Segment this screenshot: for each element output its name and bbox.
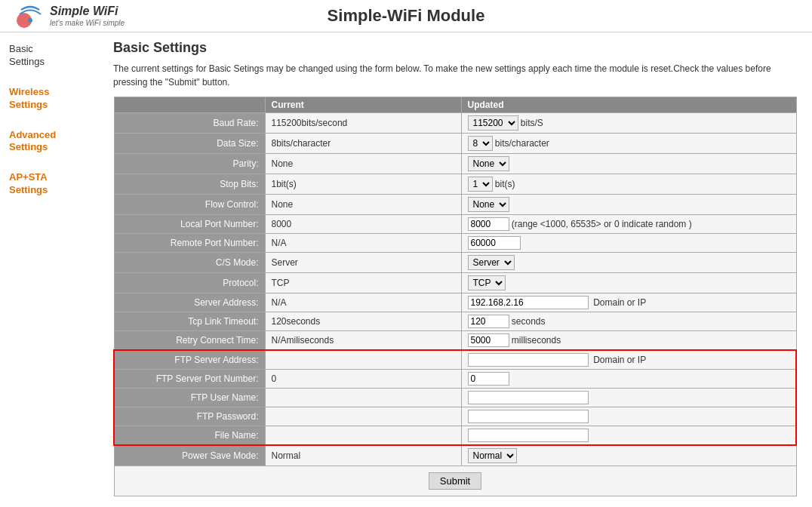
submit-button[interactable]: Submit [429,472,481,490]
header-updated-col: Updated [461,97,796,113]
remote-port-current: N/A [265,234,461,253]
protocol-current: TCP [265,273,461,293]
parity-label: Parity: [114,154,265,174]
parity-current: None [265,154,461,174]
ftp-password-updated [461,407,796,426]
ftp-password-current [265,407,461,426]
power-save-current: Normal [265,445,461,466]
data-size-updated: 8 bits/character [461,134,796,154]
table-row: C/S Mode: Server Server [114,253,796,273]
svg-point-1 [28,18,32,23]
main-layout: BasicSettings WirelessSettings AdvancedS… [0,32,812,504]
ftp-server-address-label: FTP Server Address: [114,350,265,370]
ftp-user-name-label: FTP User Name: [114,389,265,407]
ftp-password-row: FTP Password: [114,407,796,426]
ftp-server-address-updated: Domain or IP [461,350,796,370]
protocol-select[interactable]: TCP [468,275,506,290]
table-row: Protocol: TCP TCP [114,273,796,293]
sidebar-item-apsta[interactable]: AP+STASettings [8,168,91,200]
ftp-server-port-row: FTP Server Port Number: 0 [114,370,796,389]
flow-control-current: None [265,195,461,215]
ftp-user-name-updated [461,389,796,407]
parity-select[interactable]: None [468,156,509,171]
file-name-row: File Name: [114,426,796,446]
local-port-current: 8000 [265,215,461,234]
file-name-current [265,426,461,446]
header: Simple WiFi let's make WiFi simple Simpl… [0,0,812,32]
table-row: Remote Port Number: N/A [114,234,796,253]
sidebar-item-wireless[interactable]: WirelessSettings [8,83,91,115]
cs-mode-current: Server [265,253,461,273]
baud-rate-current: 115200bits/second [265,113,461,134]
logo-title: Simple WiFi [50,4,125,18]
server-address-label: Server Address: [114,293,265,312]
ftp-password-input[interactable] [468,410,589,423]
ftp-server-address-row: FTP Server Address: Domain or IP [114,350,796,370]
local-port-label: Local Port Number: [114,215,265,234]
submit-row: Submit [114,466,796,496]
baud-rate-updated: 115200 bits/S [461,113,796,134]
retry-connect-current: N/Amiliseconds [265,331,461,351]
server-address-input[interactable] [468,296,589,309]
server-address-current: N/A [265,293,461,312]
data-size-current: 8bits/character [265,134,461,154]
file-name-updated [461,426,796,446]
table-row: Flow Control: None None [114,195,796,215]
table-row: Retry Connect Time: N/Amiliseconds milli… [114,331,796,351]
stop-bits-label: Stop Bits: [114,174,265,195]
ftp-server-address-input[interactable] [468,353,589,367]
flow-control-updated: None [461,195,796,215]
local-port-updated: (range <1000, 65535> or 0 indicate rando… [461,215,796,234]
parity-updated: None [461,154,796,174]
page-heading: Basic Settings [113,40,797,56]
ftp-user-name-current [265,389,461,407]
retry-connect-input[interactable] [468,333,509,347]
table-row: Power Save Mode: Normal Normal [114,445,796,466]
ftp-server-port-label: FTP Server Port Number: [114,370,265,389]
cs-mode-label: C/S Mode: [114,253,265,273]
ftp-user-name-row: FTP User Name: [114,389,796,407]
ftp-server-port-current: 0 [265,370,461,389]
settings-table: Current Updated Baud Rate: 115200bits/se… [113,97,797,496]
power-save-label: Power Save Mode: [114,445,265,466]
flow-control-label: Flow Control: [114,195,265,215]
remote-port-input[interactable] [468,236,521,250]
ftp-user-name-input[interactable] [468,391,589,404]
header-label-col [114,97,265,113]
local-port-input[interactable] [468,217,509,231]
tcp-timeout-current: 120seconds [265,312,461,331]
tcp-timeout-updated: seconds [461,312,796,331]
file-name-input[interactable] [468,429,589,442]
sidebar: BasicSettings WirelessSettings AdvancedS… [0,32,98,504]
retry-connect-updated: milliseconds [461,331,796,351]
flow-control-select[interactable]: None [468,197,509,212]
header-current-col: Current [265,97,461,113]
logo-subtitle: let's make WiFi simple [50,19,125,28]
ftp-server-port-input[interactable] [468,372,509,386]
page-title: Simple-WiFi Module [328,6,485,26]
logo-area: Simple WiFi let's make WiFi simple [15,2,125,29]
ftp-server-address-current [265,350,461,370]
stop-bits-select[interactable]: 1 [468,177,493,192]
cs-mode-select[interactable]: Server [468,255,515,270]
tcp-timeout-label: Tcp Link Timeout: [114,312,265,331]
server-address-updated: Domain or IP [461,293,796,312]
sidebar-item-basic[interactable]: BasicSettings [8,40,91,72]
tcp-timeout-input[interactable] [468,315,509,328]
data-size-label: Data Size: [114,134,265,154]
baud-rate-label: Baud Rate: [114,113,265,134]
description: The current settings for Basic Setings m… [113,62,797,89]
logo-icon [15,2,45,29]
table-row: Server Address: N/A Domain or IP [114,293,796,312]
power-save-select[interactable]: Normal [468,448,517,463]
logo-text: Simple WiFi let's make WiFi simple [50,4,125,27]
sidebar-item-advanced[interactable]: AdvancedSettings [8,126,91,158]
table-row: Data Size: 8bits/character 8 bits/charac… [114,134,796,154]
remote-port-updated [461,234,796,253]
table-row: Stop Bits: 1bit(s) 1 bit(s) [114,174,796,195]
remote-port-label: Remote Port Number: [114,234,265,253]
data-size-select[interactable]: 8 [468,136,493,151]
stop-bits-current: 1bit(s) [265,174,461,195]
baud-rate-select[interactable]: 115200 [468,115,518,131]
protocol-label: Protocol: [114,273,265,293]
